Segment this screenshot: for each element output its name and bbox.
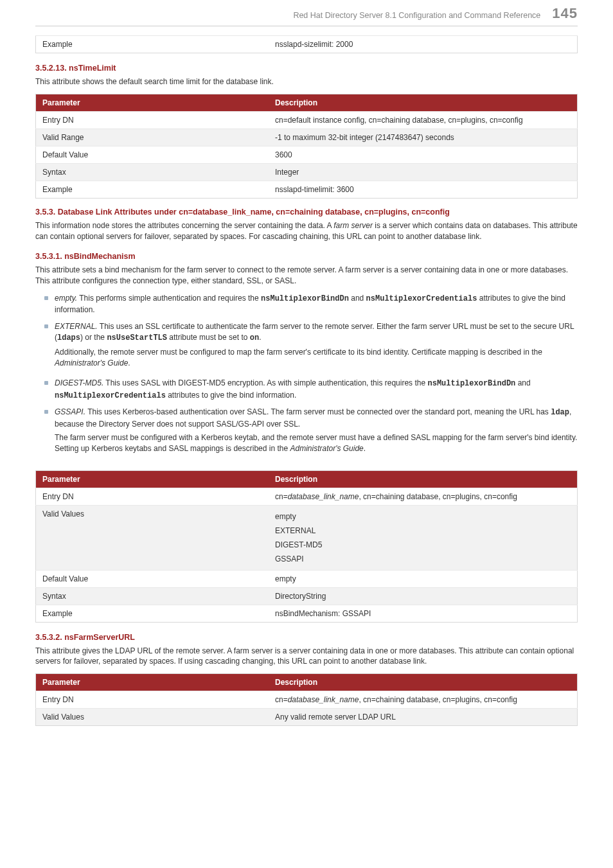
- table-row: Valid Values empty EXTERNAL DIGEST-MD5 G…: [36, 505, 578, 570]
- prev-table-fragment: Example nsslapd-sizelimit: 2000: [35, 35, 578, 53]
- page-header: Red Hat Directory Server 8.1 Configurati…: [35, 0, 578, 26]
- th-param: Parameter: [36, 94, 269, 111]
- intro-nsfarmserverurl: This attribute gives the LDAP URL of the…: [35, 646, 578, 668]
- table-row: ExamplensBindMechanism: GSSAPI: [36, 605, 578, 622]
- bullet-extra: The farm server must be configured with …: [55, 432, 578, 455]
- list-item: EXTERNAL. This uses an SSL certificate t…: [47, 321, 578, 378]
- table-row: Entry DN cn=database_link_name, cn=chain…: [36, 488, 578, 505]
- doc-title: Red Hat Directory Server 8.1 Configurati…: [293, 11, 540, 20]
- th-desc: Description: [269, 674, 578, 691]
- table-nsfarmserverurl: Parameter Description Entry DN cn=databa…: [35, 673, 578, 726]
- table-row: Valid Values Any valid remote server LDA…: [36, 709, 578, 726]
- list-item: GSSAPI. This uses Kerberos-based authent…: [47, 407, 578, 464]
- page-number: 145: [552, 5, 578, 22]
- table-nstimelimit: Parameter Description Entry DNcn=default…: [35, 94, 578, 199]
- table-row: Valid Range-1 to maximum 32-bit integer …: [36, 128, 578, 146]
- table-row: Default Value3600: [36, 146, 578, 163]
- heading-nsfarmserverurl: 3.5.3.2. nsFarmServerURL: [35, 633, 578, 642]
- table-row: Entry DNcn=default instance config, cn=c…: [36, 111, 578, 128]
- table-row: Default Valueempty: [36, 570, 578, 587]
- body-353: This information node stores the attribu…: [35, 220, 578, 242]
- table-row: Examplensslapd-timelimit: 3600: [36, 181, 578, 198]
- intro-nstimelimit: This attribute shows the default search …: [35, 76, 578, 87]
- heading-nstimelimit: 3.5.2.13. nsTimeLimit: [35, 64, 578, 73]
- th-param: Parameter: [36, 674, 269, 691]
- list-item: empty. This performs simple authenticati…: [47, 293, 578, 321]
- cell-param: Example: [36, 36, 269, 53]
- intro-nsbindmechanism: This attribute sets a bind mechanism for…: [35, 265, 578, 287]
- cell-desc: nsslapd-sizelimit: 2000: [269, 36, 578, 53]
- bullet-extra: Additionally, the remote server must be …: [55, 347, 578, 369]
- bindmech-list: empty. This performs simple authenticati…: [35, 293, 578, 464]
- heading-353: 3.5.3. Database Link Attributes under cn…: [35, 208, 578, 217]
- table-row: SyntaxDirectoryString: [36, 587, 578, 605]
- table-row: Entry DN cn=database_link_name, cn=chain…: [36, 691, 578, 709]
- table-row: SyntaxInteger: [36, 163, 578, 181]
- heading-nsbindmechanism: 3.5.3.1. nsBindMechanism: [35, 252, 578, 261]
- th-param: Parameter: [36, 470, 269, 488]
- th-desc: Description: [269, 94, 578, 111]
- th-desc: Description: [269, 470, 578, 488]
- table-nsbindmechanism: Parameter Description Entry DN cn=databa…: [35, 470, 578, 623]
- list-item: DIGEST-MD5. This uses SASL with DIGEST-M…: [47, 378, 578, 407]
- table-row: Example nsslapd-sizelimit: 2000: [36, 36, 578, 53]
